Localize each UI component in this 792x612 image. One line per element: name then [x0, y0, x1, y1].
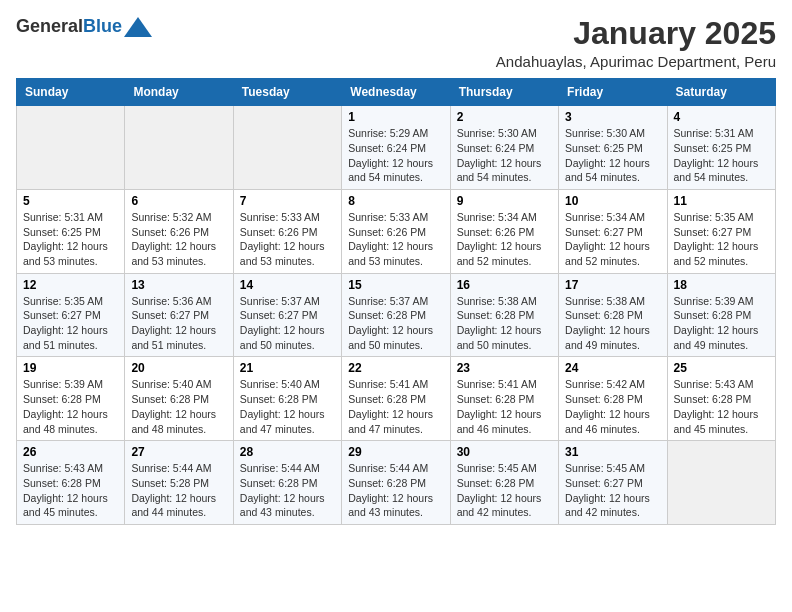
- day-info: Sunrise: 5:30 AM Sunset: 6:25 PM Dayligh…: [565, 126, 660, 185]
- day-number: 23: [457, 361, 552, 375]
- calendar-cell: [17, 106, 125, 190]
- week-row-2: 12 Sunrise: 5:35 AM Sunset: 6:27 PM Dayl…: [17, 273, 776, 357]
- logo-blue: Blue: [83, 16, 122, 36]
- sunrise-text: Sunrise: 5:32 AM: [131, 211, 211, 223]
- day-number: 3: [565, 110, 660, 124]
- day-info: Sunrise: 5:35 AM Sunset: 6:27 PM Dayligh…: [674, 210, 769, 269]
- sunset-text: Sunset: 6:25 PM: [565, 142, 643, 154]
- sunset-text: Sunset: 6:28 PM: [348, 309, 426, 321]
- week-row-0: 1 Sunrise: 5:29 AM Sunset: 6:24 PM Dayli…: [17, 106, 776, 190]
- day-number: 17: [565, 278, 660, 292]
- calendar-cell: 10 Sunrise: 5:34 AM Sunset: 6:27 PM Dayl…: [559, 189, 667, 273]
- daylight-text: Daylight: 12 hours and 45 minutes.: [674, 408, 759, 435]
- calendar-cell: 30 Sunrise: 5:45 AM Sunset: 6:28 PM Dayl…: [450, 441, 558, 525]
- sunrise-text: Sunrise: 5:45 AM: [457, 462, 537, 474]
- day-info: Sunrise: 5:44 AM Sunset: 6:28 PM Dayligh…: [240, 461, 335, 520]
- day-info: Sunrise: 5:33 AM Sunset: 6:26 PM Dayligh…: [240, 210, 335, 269]
- sunrise-text: Sunrise: 5:34 AM: [565, 211, 645, 223]
- day-info: Sunrise: 5:41 AM Sunset: 6:28 PM Dayligh…: [348, 377, 443, 436]
- daylight-text: Daylight: 12 hours and 49 minutes.: [565, 324, 650, 351]
- day-number: 5: [23, 194, 118, 208]
- col-header-sunday: Sunday: [17, 79, 125, 106]
- daylight-text: Daylight: 12 hours and 44 minutes.: [131, 492, 216, 519]
- sunrise-text: Sunrise: 5:44 AM: [131, 462, 211, 474]
- page-header: GeneralBlue January 2025 Andahuaylas, Ap…: [16, 16, 776, 70]
- sunrise-text: Sunrise: 5:33 AM: [348, 211, 428, 223]
- day-number: 29: [348, 445, 443, 459]
- day-info: Sunrise: 5:36 AM Sunset: 6:27 PM Dayligh…: [131, 294, 226, 353]
- col-header-tuesday: Tuesday: [233, 79, 341, 106]
- day-info: Sunrise: 5:38 AM Sunset: 6:28 PM Dayligh…: [457, 294, 552, 353]
- svg-marker-0: [124, 17, 152, 37]
- day-number: 18: [674, 278, 769, 292]
- day-info: Sunrise: 5:37 AM Sunset: 6:28 PM Dayligh…: [348, 294, 443, 353]
- sunset-text: Sunset: 6:28 PM: [457, 393, 535, 405]
- calendar-cell: 6 Sunrise: 5:32 AM Sunset: 6:26 PM Dayli…: [125, 189, 233, 273]
- day-info: Sunrise: 5:42 AM Sunset: 6:28 PM Dayligh…: [565, 377, 660, 436]
- sunrise-text: Sunrise: 5:44 AM: [348, 462, 428, 474]
- sunset-text: Sunset: 6:28 PM: [457, 477, 535, 489]
- day-info: Sunrise: 5:32 AM Sunset: 6:26 PM Dayligh…: [131, 210, 226, 269]
- day-number: 7: [240, 194, 335, 208]
- day-info: Sunrise: 5:44 AM Sunset: 5:28 PM Dayligh…: [131, 461, 226, 520]
- calendar-cell: 26 Sunrise: 5:43 AM Sunset: 6:28 PM Dayl…: [17, 441, 125, 525]
- daylight-text: Daylight: 12 hours and 53 minutes.: [240, 240, 325, 267]
- calendar-cell: 20 Sunrise: 5:40 AM Sunset: 6:28 PM Dayl…: [125, 357, 233, 441]
- logo-general: General: [16, 16, 83, 36]
- col-header-wednesday: Wednesday: [342, 79, 450, 106]
- day-info: Sunrise: 5:34 AM Sunset: 6:26 PM Dayligh…: [457, 210, 552, 269]
- sunset-text: Sunset: 6:27 PM: [565, 477, 643, 489]
- calendar-cell: 13 Sunrise: 5:36 AM Sunset: 6:27 PM Dayl…: [125, 273, 233, 357]
- day-info: Sunrise: 5:29 AM Sunset: 6:24 PM Dayligh…: [348, 126, 443, 185]
- sunset-text: Sunset: 6:28 PM: [348, 477, 426, 489]
- daylight-text: Daylight: 12 hours and 51 minutes.: [23, 324, 108, 351]
- calendar-cell: 17 Sunrise: 5:38 AM Sunset: 6:28 PM Dayl…: [559, 273, 667, 357]
- daylight-text: Daylight: 12 hours and 54 minutes.: [348, 157, 433, 184]
- daylight-text: Daylight: 12 hours and 43 minutes.: [348, 492, 433, 519]
- col-header-friday: Friday: [559, 79, 667, 106]
- sunrise-text: Sunrise: 5:31 AM: [23, 211, 103, 223]
- day-number: 31: [565, 445, 660, 459]
- day-number: 15: [348, 278, 443, 292]
- sunrise-text: Sunrise: 5:38 AM: [457, 295, 537, 307]
- sunset-text: Sunset: 6:25 PM: [674, 142, 752, 154]
- sunrise-text: Sunrise: 5:34 AM: [457, 211, 537, 223]
- sunrise-text: Sunrise: 5:30 AM: [457, 127, 537, 139]
- day-info: Sunrise: 5:37 AM Sunset: 6:27 PM Dayligh…: [240, 294, 335, 353]
- daylight-text: Daylight: 12 hours and 45 minutes.: [23, 492, 108, 519]
- daylight-text: Daylight: 12 hours and 52 minutes.: [565, 240, 650, 267]
- day-number: 4: [674, 110, 769, 124]
- sunrise-text: Sunrise: 5:40 AM: [240, 378, 320, 390]
- day-number: 27: [131, 445, 226, 459]
- calendar-cell: [667, 441, 775, 525]
- sunset-text: Sunset: 6:26 PM: [240, 226, 318, 238]
- col-header-monday: Monday: [125, 79, 233, 106]
- daylight-text: Daylight: 12 hours and 42 minutes.: [565, 492, 650, 519]
- daylight-text: Daylight: 12 hours and 50 minutes.: [240, 324, 325, 351]
- sunset-text: Sunset: 6:28 PM: [565, 309, 643, 321]
- week-row-3: 19 Sunrise: 5:39 AM Sunset: 6:28 PM Dayl…: [17, 357, 776, 441]
- week-row-4: 26 Sunrise: 5:43 AM Sunset: 6:28 PM Dayl…: [17, 441, 776, 525]
- day-number: 9: [457, 194, 552, 208]
- day-number: 14: [240, 278, 335, 292]
- calendar-cell: [125, 106, 233, 190]
- day-info: Sunrise: 5:39 AM Sunset: 6:28 PM Dayligh…: [674, 294, 769, 353]
- calendar-table: SundayMondayTuesdayWednesdayThursdayFrid…: [16, 78, 776, 525]
- day-info: Sunrise: 5:44 AM Sunset: 6:28 PM Dayligh…: [348, 461, 443, 520]
- sunset-text: Sunset: 6:27 PM: [674, 226, 752, 238]
- day-info: Sunrise: 5:33 AM Sunset: 6:26 PM Dayligh…: [348, 210, 443, 269]
- sunrise-text: Sunrise: 5:41 AM: [348, 378, 428, 390]
- sunrise-text: Sunrise: 5:44 AM: [240, 462, 320, 474]
- logo: GeneralBlue: [16, 16, 152, 37]
- daylight-text: Daylight: 12 hours and 47 minutes.: [348, 408, 433, 435]
- sunset-text: Sunset: 6:27 PM: [240, 309, 318, 321]
- sunset-text: Sunset: 6:26 PM: [348, 226, 426, 238]
- calendar-cell: 31 Sunrise: 5:45 AM Sunset: 6:27 PM Dayl…: [559, 441, 667, 525]
- daylight-text: Daylight: 12 hours and 47 minutes.: [240, 408, 325, 435]
- calendar-cell: 1 Sunrise: 5:29 AM Sunset: 6:24 PM Dayli…: [342, 106, 450, 190]
- day-info: Sunrise: 5:45 AM Sunset: 6:27 PM Dayligh…: [565, 461, 660, 520]
- sunset-text: Sunset: 6:28 PM: [240, 393, 318, 405]
- sunset-text: Sunset: 6:28 PM: [457, 309, 535, 321]
- sunset-text: Sunset: 6:27 PM: [23, 309, 101, 321]
- calendar-cell: 7 Sunrise: 5:33 AM Sunset: 6:26 PM Dayli…: [233, 189, 341, 273]
